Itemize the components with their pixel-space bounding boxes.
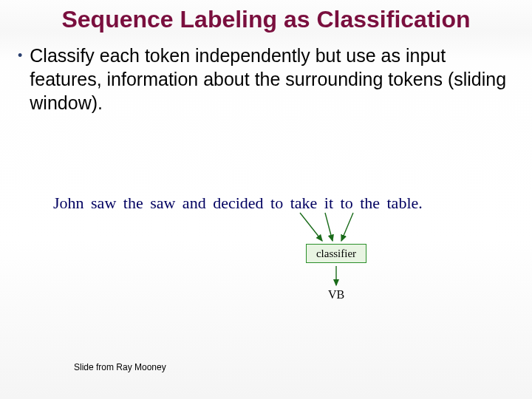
bullet-text: Classify each token independently but us… — [30, 44, 511, 115]
slide-title: Sequence Labeling as Classification — [0, 0, 532, 44]
example-sentence: John saw the saw and decided to take it … — [53, 194, 423, 213]
svg-line-1 — [325, 213, 332, 241]
footer-credit: Slide from Ray Mooney — [74, 362, 166, 372]
svg-line-0 — [300, 213, 322, 241]
output-label: VB — [328, 288, 344, 301]
bullet-marker-icon: • — [18, 48, 22, 64]
classifier-box: classifier — [306, 244, 366, 263]
bullet-item: • Classify each token independently but … — [0, 44, 532, 115]
svg-line-2 — [341, 213, 353, 241]
